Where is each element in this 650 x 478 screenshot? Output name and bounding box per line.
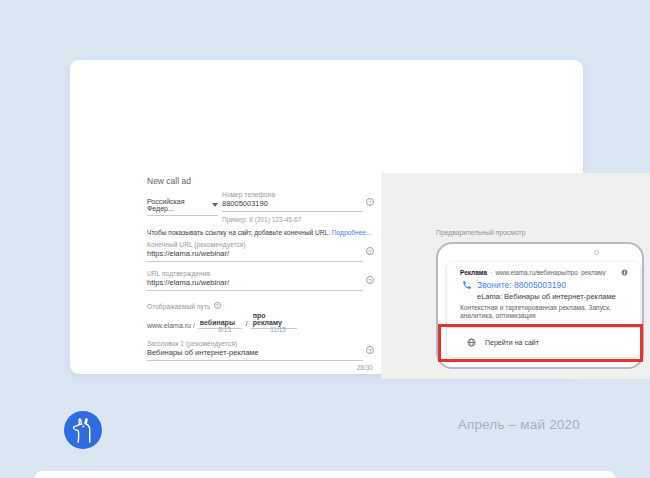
phone-camera-icon	[594, 250, 599, 255]
dropdown-caret-icon	[212, 203, 218, 207]
preview-title: Предварительный просмотр	[436, 229, 525, 236]
form-title: New call ad	[147, 176, 191, 186]
phone-call-icon	[462, 280, 472, 290]
ad-header: Реклама · www.elama.ru/вебинары/про_рекл…	[460, 269, 628, 276]
highlight-annotation-red-box	[438, 324, 643, 362]
headline1-label: Заголовок 1 (рекомендуется)	[147, 340, 237, 347]
help-icon[interactable]: ?	[214, 302, 221, 309]
screenshot-card: New call ad Российская Федер... Номер те…	[70, 60, 583, 374]
ad-description: Контекстная и таргетированная реклама. З…	[460, 304, 616, 320]
help-icon[interactable]: ?	[366, 276, 374, 284]
display-path-label-text: Отображаемый путь	[147, 303, 211, 310]
headline1-input[interactable]: Вебинары об интернет-рекламе	[147, 348, 363, 361]
learn-more-link[interactable]: Подробнее...	[332, 229, 372, 236]
phone-number-hint: Пример: 8 (301) 123-45-67	[222, 216, 301, 223]
phone-number-label: Номер телефона	[222, 191, 275, 198]
help-icon[interactable]: ?	[366, 198, 374, 206]
next-slide-peek	[35, 471, 615, 478]
final-url-label: Конечный URL (рекомендуется)	[147, 241, 246, 248]
ad-badge: Реклама	[460, 269, 487, 276]
headline1-counter: 28/30	[313, 364, 373, 371]
ad-call-row[interactable]: Звоните: 88005003190	[462, 280, 628, 290]
help-icon[interactable]: ?	[366, 346, 374, 354]
final-url-note-text: Чтобы показывать ссылку на сайт, добавьт…	[147, 229, 330, 236]
elama-logo-icon	[64, 411, 102, 449]
verification-url-label: URL подтверждения	[147, 270, 210, 277]
ad-display-url: www.elama.ru/вебинары/про_рекламу	[495, 269, 617, 276]
ad-call-text: Звоните: 88005003190	[477, 280, 566, 290]
ad-badge-separator: ·	[490, 269, 492, 276]
slide-date-caption: Апрель – май 2020	[458, 417, 580, 432]
ad-headline: eLama: Вебинары об интернет-рекламе	[477, 292, 628, 301]
display-path-counter-1: 8/15	[186, 326, 231, 333]
display-path-label: Отображаемый путь?	[147, 302, 221, 310]
presentation-slide: New call ad Российская Федер... Номер те…	[0, 0, 650, 478]
info-icon[interactable]	[621, 269, 628, 276]
final-url-input[interactable]: https://elama.ru/webinar/	[147, 249, 363, 262]
verification-url-input[interactable]: https://elama.ru/webinar/	[147, 278, 363, 291]
country-code-value: Российская Федер...	[147, 198, 208, 212]
display-path-counter-2: 11/15	[240, 326, 286, 333]
country-code-dropdown[interactable]: Российская Федер...	[147, 198, 218, 216]
phone-number-input[interactable]: 88005003190	[222, 199, 363, 212]
final-url-note: Чтобы показывать ссылку на сайт, добавьт…	[147, 229, 375, 236]
help-icon[interactable]: ?	[366, 247, 374, 255]
